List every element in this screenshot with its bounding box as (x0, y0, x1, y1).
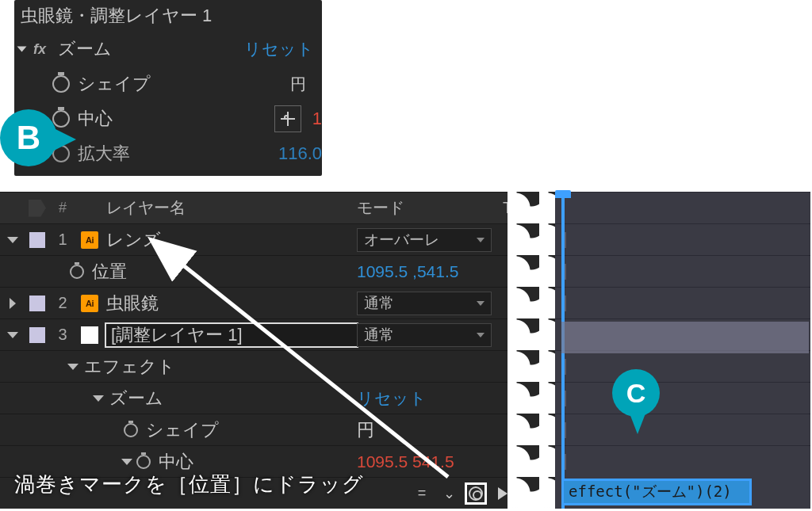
property-row-position[interactable]: 位置 1095.5 ,541.5 (0, 255, 523, 287)
effect-title: 虫眼鏡・調整レイヤー 1 (14, 0, 322, 32)
ai-file-icon: Ai (81, 231, 98, 249)
chevron-down-icon[interactable] (17, 47, 27, 52)
param-label: シェイプ (78, 72, 274, 96)
fx-icon: fx (29, 41, 50, 58)
param-label: 中心 (159, 450, 193, 474)
mode-header-label: モード (357, 197, 404, 219)
col-number: # (49, 200, 76, 216)
expression-enable-icon[interactable]: = (411, 482, 433, 505)
param-value[interactable]: 116.0 (272, 143, 322, 164)
chevron-down-icon (477, 301, 485, 306)
visibility-toggle[interactable] (29, 327, 45, 343)
effect-name: ズーム (58, 37, 244, 61)
expression-graph-icon[interactable]: ⌄ (438, 482, 460, 505)
property-value[interactable]: 1095.5 ,541.5 (357, 262, 492, 281)
solid-icon (81, 326, 98, 344)
blend-mode-select[interactable]: 通常 (357, 292, 492, 315)
param-label: 中心 (78, 107, 274, 131)
twirl-down-icon[interactable] (67, 364, 79, 370)
param-row-shape[interactable]: シェイプ 円 (0, 414, 523, 445)
layer-number: 1 (49, 231, 76, 249)
callout-c: C (612, 369, 660, 417)
pickwhip-icon[interactable] (465, 482, 487, 505)
twirl-down-icon[interactable] (121, 459, 132, 465)
param-label: シェイプ (146, 418, 219, 442)
selected-layer-bar[interactable] (561, 322, 809, 353)
callout-b: B (0, 109, 57, 166)
property-label: 位置 (92, 260, 127, 284)
timeline-header: # レイヤー名 モード T (0, 192, 523, 223)
param-label: 拡大率 (78, 142, 272, 166)
chevron-down-icon (477, 333, 485, 337)
layer-row-selected[interactable]: 3 [調整レイヤー 1] 通常 (0, 318, 523, 350)
stopwatch-icon[interactable] (52, 110, 70, 128)
reset-link[interactable]: リセット (244, 38, 314, 60)
reset-link[interactable]: リセット (357, 387, 492, 410)
param-value[interactable]: 円 (357, 418, 492, 442)
effect-row[interactable]: ズーム リセット (0, 382, 523, 414)
stopwatch-icon[interactable] (136, 455, 151, 469)
instruction-caption: 渦巻きマークを［位置］にドラッグ (14, 471, 364, 498)
blend-mode-select[interactable]: 通常 (357, 323, 492, 347)
play-icon (498, 487, 508, 500)
twirl-down-icon[interactable] (93, 395, 104, 402)
layer-name-selected[interactable]: [調整レイヤー 1] (106, 324, 357, 346)
tag-icon (29, 200, 46, 217)
layer-row[interactable]: 1 Ai レンズ オーバーレ (0, 223, 523, 255)
layer-name[interactable]: [調整レイヤー 1] (103, 324, 357, 346)
visibility-toggle[interactable] (29, 296, 45, 311)
spiral-icon (469, 486, 483, 501)
stopwatch-icon[interactable] (52, 75, 70, 93)
crosshair-picker[interactable] (274, 105, 301, 132)
crosshair-icon (281, 112, 295, 126)
effect-row-zoom[interactable]: fx ズーム リセット (14, 32, 322, 67)
visibility-toggle[interactable] (29, 232, 45, 248)
timeline-panel: # レイヤー名 モード T 1 Ai レンズ オーバーレ 位置 1095.5 ,… (0, 192, 523, 509)
twirl-right-icon[interactable] (10, 298, 16, 309)
param-row-shape[interactable]: シェイプ 円 (14, 67, 322, 101)
effects-label: エフェクト (84, 355, 175, 379)
layer-number: 2 (49, 294, 76, 312)
stopwatch-icon[interactable] (70, 265, 84, 279)
effects-group[interactable]: エフェクト (0, 350, 523, 382)
param-value[interactable]: 円 (274, 74, 322, 95)
stopwatch-icon[interactable] (124, 423, 138, 437)
layer-name[interactable]: レンズ (103, 228, 357, 252)
layer-number: 3 (49, 326, 76, 344)
blend-mode-select[interactable]: オーバーレ (357, 228, 492, 252)
mode-value: 通常 (364, 293, 394, 314)
mode-value: 通常 (364, 325, 394, 345)
effect-name: ズーム (109, 387, 163, 410)
twirl-down-icon[interactable] (7, 237, 18, 243)
mode-value: オーバーレ (364, 230, 439, 250)
ai-file-icon: Ai (81, 295, 98, 312)
timeline-tracks: effect("ズーム")(2) (555, 192, 810, 509)
chevron-down-icon (477, 238, 485, 242)
param-value[interactable]: 1095.5 541.5 (357, 452, 492, 471)
layer-name[interactable]: 虫眼鏡 (103, 292, 357, 315)
layer-row[interactable]: 2 Ai 虫眼鏡 通常 (0, 287, 523, 318)
expression-field[interactable]: effect("ズーム")(2) (561, 479, 752, 505)
col-layer-name: レイヤー名 (103, 197, 357, 219)
twirl-down-icon[interactable] (7, 332, 18, 338)
param-value[interactable]: 1 (306, 109, 322, 129)
col-mode: モード (357, 197, 492, 219)
